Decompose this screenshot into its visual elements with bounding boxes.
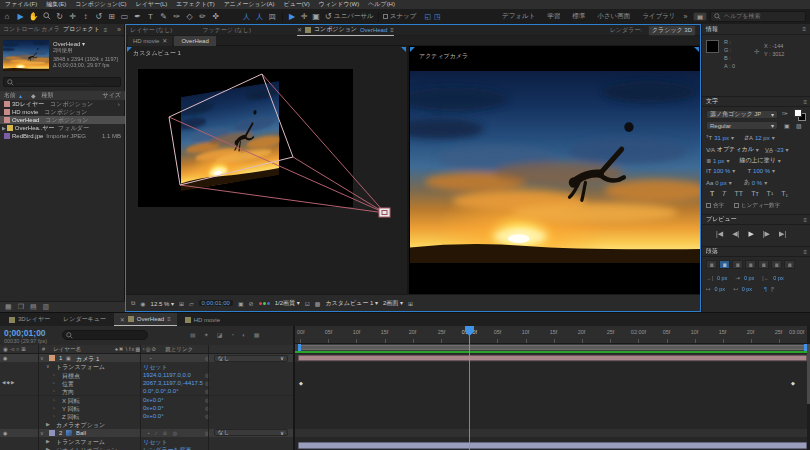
- parent-select[interactable]: なし∨: [214, 429, 288, 436]
- first-frame-button[interactable]: |◀: [716, 230, 723, 238]
- layer-name-column[interactable]: レイヤー名: [53, 346, 81, 353]
- superscript-button[interactable]: T¹: [767, 190, 774, 197]
- view-tab-overhead[interactable]: OverHead: [174, 36, 215, 46]
- hide-shy-layers-icon[interactable]: ◪: [217, 331, 223, 338]
- left-indent-value[interactable]: 0 px: [717, 275, 727, 281]
- menu-layer[interactable]: レイヤー(L): [136, 0, 168, 9]
- snap-options-icon[interactable]: ◱: [424, 13, 431, 21]
- align-center-button[interactable]: ≣: [719, 260, 730, 269]
- current-time-display[interactable]: 0;00;01;00: [4, 328, 46, 338]
- quality-switch[interactable]: ∕: [156, 430, 157, 436]
- tsume-value[interactable]: 0 %: [752, 180, 762, 186]
- view-select[interactable]: カスタムビュー 1 ▾: [325, 299, 378, 308]
- tab-layer[interactable]: レイヤー (なし): [130, 26, 172, 35]
- play-button[interactable]: ▶: [748, 230, 753, 238]
- orbit-camera-tool[interactable]: ↻: [53, 12, 66, 21]
- property-value[interactable]: 0x+0.0°: [143, 397, 164, 403]
- gizmo-move-mode[interactable]: ✛: [298, 12, 310, 21]
- new-composition-icon[interactable]: ▤: [30, 303, 37, 311]
- subscript-button[interactable]: T₁: [781, 190, 788, 197]
- hindi-digits-checkbox[interactable]: ヒンディー数字: [734, 202, 780, 209]
- snapshot-icon[interactable]: ▣: [238, 300, 244, 307]
- effect-switch[interactable]: ⊘: [163, 430, 167, 436]
- keyframe-diamond[interactable]: ◆: [791, 380, 795, 386]
- preview-panel-title[interactable]: プレビュー: [706, 215, 737, 224]
- tab-footage[interactable]: フッテージ (なし): [202, 26, 251, 35]
- gizmo-scale-mode[interactable]: ▣: [310, 12, 322, 21]
- menu-edit[interactable]: 編集(E): [46, 0, 66, 9]
- photo-plane[interactable]: [181, 81, 279, 191]
- view-tab-hd-movie[interactable]: HD movie✕: [128, 36, 172, 46]
- tab-overflow-icon[interactable]: »: [117, 26, 121, 33]
- panel-menu-icon[interactable]: ≡: [803, 99, 807, 105]
- keyframe-diamond[interactable]: ◆: [299, 380, 303, 386]
- puppet-tool[interactable]: ✜: [209, 12, 222, 21]
- timeline-search-input[interactable]: [62, 330, 148, 340]
- layer-label-color[interactable]: [49, 430, 55, 436]
- menu-effect[interactable]: エフェクト(T): [176, 0, 214, 9]
- threed-switch[interactable]: ◎: [173, 430, 177, 436]
- workspace-small-screen[interactable]: 小さい画面: [597, 12, 630, 21]
- close-icon[interactable]: ✕: [120, 316, 125, 323]
- justify-last-center-button[interactable]: ≣: [758, 260, 769, 269]
- workspace-list-icon[interactable]: ▤: [693, 12, 707, 21]
- ltr-direction-button[interactable]: ¶: [764, 286, 767, 292]
- property-value[interactable]: 2067.3,1197.0,-4417.5: [143, 380, 203, 386]
- playhead-line[interactable]: [469, 326, 470, 450]
- panel-menu-icon[interactable]: ≡: [390, 27, 394, 33]
- zoom-tool[interactable]: [40, 12, 53, 22]
- space-before-value[interactable]: 0 px: [715, 286, 725, 292]
- change-renderer-link[interactable]: レンダラーを変更: [143, 446, 192, 450]
- close-icon[interactable]: ✕: [297, 26, 302, 33]
- work-area-start-handle[interactable]: [298, 344, 301, 351]
- property-row[interactable]: ◔ 目標点 1924.0,1197.0,0.0 ◎: [0, 371, 295, 379]
- font-family-select[interactable]: 源ノ角ゴシック JP▾: [706, 110, 778, 119]
- magnification-select[interactable]: 12.5 % ▾: [151, 300, 174, 307]
- work-area-bar[interactable]: [299, 345, 805, 350]
- fill-color-swatch[interactable]: [794, 109, 802, 117]
- keyframe-navigator[interactable]: ◀◆▶: [2, 380, 15, 385]
- previous-frame-button[interactable]: ◀|: [732, 230, 739, 238]
- horizontal-scale-value[interactable]: 100 %: [753, 168, 770, 174]
- property-row-position[interactable]: ◀◆▶ ◔ 位置 2067.3,1197.0,-4417.5 ◎: [0, 379, 295, 387]
- space-after-value[interactable]: 0 px: [742, 286, 752, 292]
- property-row[interactable]: ◔ X 回転 0x+0.0° ◎: [0, 396, 295, 404]
- current-time-button[interactable]: 0;00;01;00: [199, 300, 233, 306]
- layer-label-color[interactable]: [49, 355, 55, 361]
- last-frame-button[interactable]: ▶|: [779, 230, 786, 238]
- roi-icon[interactable]: ⊡: [305, 300, 310, 307]
- font-size-value[interactable]: 31 px: [714, 135, 729, 141]
- rectangle-tool[interactable]: ▭: [118, 12, 131, 21]
- eraser-tool[interactable]: ◇: [183, 12, 196, 21]
- layer-row-ball[interactable]: ◉ ∨ 2 Ball ▪ ∕ ⊘ ◎ ◎ なし∨: [0, 429, 295, 437]
- ligatures-checkbox[interactable]: 合字: [706, 202, 724, 209]
- twirl-icon[interactable]: ▶: [46, 421, 50, 427]
- rotation-tool[interactable]: ↺: [92, 12, 105, 21]
- all-caps-button[interactable]: TT: [735, 190, 744, 197]
- project-search-input[interactable]: ............................: [3, 77, 121, 87]
- stopwatch-icon-active[interactable]: ◔: [52, 380, 55, 386]
- show-snapshot-icon[interactable]: ⊘: [249, 300, 254, 307]
- eye-icon[interactable]: ◉: [3, 430, 7, 436]
- stroke-width-value[interactable]: 1 px: [713, 158, 724, 164]
- panel-menu-icon[interactable]: ≡: [802, 26, 806, 32]
- panel-menu-icon[interactable]: ≡: [803, 217, 807, 223]
- menu-help[interactable]: ヘルプ(H): [368, 0, 395, 9]
- tab-composition[interactable]: ✕ コンポジション OverHead ≡: [297, 25, 394, 36]
- pixel-aspect-icon[interactable]: ⊞: [408, 300, 413, 307]
- selection-tool[interactable]: ▶: [14, 12, 27, 21]
- gizmo-select-mode[interactable]: ▶: [286, 12, 298, 21]
- property-row[interactable]: ◔ Y 回転 0x+0.0° ◎: [0, 404, 295, 412]
- workspace-overflow-icon[interactable]: »: [683, 13, 687, 20]
- eye-icon[interactable]: ◉: [3, 355, 7, 361]
- graph-editor-icon[interactable]: ▦: [254, 331, 260, 338]
- project-row[interactable]: ▶ OverHea..ヤー フォルダー: [0, 124, 125, 132]
- eyedropper-icon[interactable]: ✑: [782, 110, 788, 118]
- stopwatch-icon[interactable]: ◔: [52, 372, 55, 378]
- small-caps-button[interactable]: Tт: [751, 190, 758, 197]
- timeline-tab-hd-movie[interactable]: HD movie: [179, 313, 226, 326]
- fill-over-stroke-icon[interactable]: ▨: [796, 122, 802, 129]
- motion-blur-icon[interactable]: ◐: [242, 332, 246, 338]
- property-value[interactable]: 1924.0,1197.0,0.0: [143, 372, 191, 378]
- draft-3d-icon[interactable]: ✦: [204, 331, 209, 338]
